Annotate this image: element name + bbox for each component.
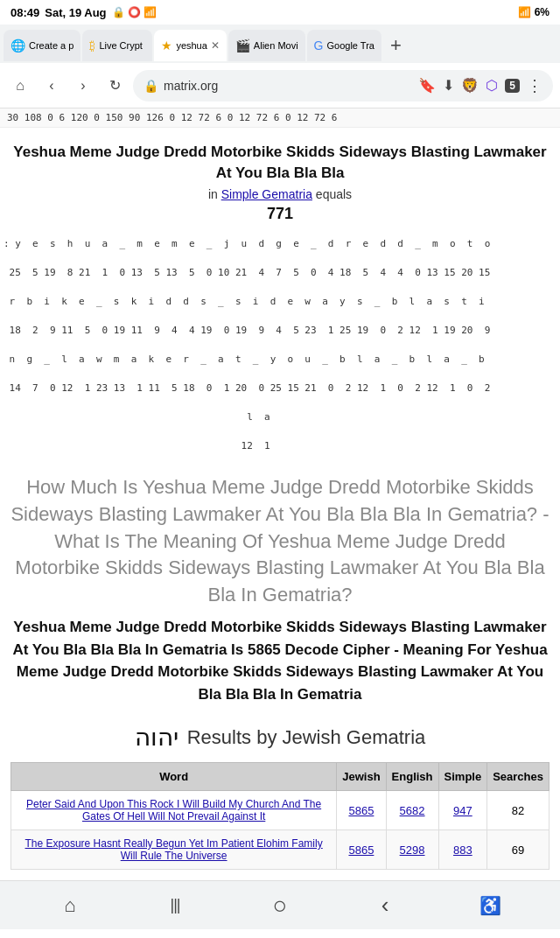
big-question-heading: How Much Is Yeshua Meme Judge Dredd Moto…: [10, 474, 550, 609]
bottom-home-button[interactable]: ⌂: [49, 885, 91, 927]
date: Sat, 19 Aug: [45, 6, 106, 19]
forward-nav-button[interactable]: ›: [70, 73, 96, 99]
col-header-searches: Searches: [487, 763, 550, 791]
gematria-row-4: 18 2 9 11 5 0 19 11 9 4 4 19 0 19 9 4 5 …: [4, 324, 556, 339]
tab-favicon-1: 🌐: [10, 38, 25, 52]
new-tab-button[interactable]: +: [383, 34, 409, 57]
row2-word[interactable]: The Exposure Hasnt Really Begun Yet Im P…: [11, 830, 337, 870]
bottom-back-button[interactable]: ‹: [364, 885, 406, 927]
gematria-row-5: n g _ l a w m a k e r _ a t _ y o u _ b …: [4, 353, 556, 368]
col-header-english: English: [386, 763, 438, 791]
tab-label-3: yeshua: [176, 40, 206, 51]
gematria-grid: : y e s h u a _ m e m e _ j u d g e _ d …: [0, 234, 560, 458]
tab-favicon-4: 🎬: [235, 38, 250, 52]
jewish-header: יהוה Results by Jewish Gematria: [10, 723, 550, 752]
brave-icon: 🦁: [461, 77, 479, 94]
time: 08:49: [10, 6, 39, 19]
bookmark-icon[interactable]: 🔖: [418, 77, 436, 94]
gematria-row-2: 25 5 19 8 21 1 0 13 5 13 5 0 10 21 4 7 5…: [4, 266, 556, 281]
address-bar: ⌂ ‹ › ↻ 🔒 matrix.org 🔖 ⬇ 🦁 ⬡ 5 ⋮: [0, 63, 560, 108]
tab-favicon-5: G: [314, 38, 324, 52]
bottom-menu-button[interactable]: |||: [154, 885, 196, 927]
row1-jewish[interactable]: 5865: [337, 791, 386, 830]
more-options-icon[interactable]: ⋮: [527, 76, 542, 95]
table-row: The Exposure Hasnt Really Begun Yet Im P…: [11, 830, 550, 870]
bottom-nav: ⌂ ||| ○ ‹ ♿: [0, 880, 560, 929]
tab-label-4: Alien Movi: [254, 40, 298, 51]
row1-word[interactable]: Peter Said And Upon This Rock I Will Bui…: [11, 791, 337, 830]
col-header-word: Word: [11, 763, 337, 791]
tab-googletranslate[interactable]: G Google Tra: [307, 30, 382, 61]
phrase-pre-text: in: [208, 187, 218, 201]
phrase-equals-text: equals: [316, 187, 352, 201]
gematria-row-8: 12 1: [4, 439, 556, 454]
lock-icon: 🔒: [144, 79, 158, 93]
tab-label-2: Live Crypt: [99, 40, 145, 51]
wifi-icon: 📶: [518, 6, 531, 18]
tab-close-3[interactable]: ✕: [211, 39, 220, 52]
results-table: Word Jewish English Simple Searches Pete…: [10, 762, 550, 870]
phrase-meta: in Simple Gematria equals: [10, 187, 550, 201]
bold-answer: Yeshua Meme Judge Dredd Motorbike Skidds…: [10, 616, 550, 705]
android-icons: 🔒 ⭕ 📶: [112, 6, 158, 18]
row1-english[interactable]: 5682: [386, 791, 438, 830]
col-header-jewish: Jewish: [337, 763, 386, 791]
gematria-row-1: : y e s h u a _ m e m e _ j u d g e _ d …: [4, 237, 556, 252]
row1-simple[interactable]: 947: [438, 791, 487, 830]
tab-alienmovie[interactable]: 🎬 Alien Movi: [228, 30, 305, 61]
row2-searches: 69: [487, 830, 550, 870]
tab-yeshua[interactable]: ★ yeshua ✕: [154, 30, 226, 61]
tabs-count-badge[interactable]: 5: [505, 79, 520, 93]
url-text: matrix.org: [164, 79, 413, 93]
gematria-row-3: r b i k e _ s k i d d s _ s i d e w a y …: [4, 295, 556, 310]
row2-english[interactable]: 5298: [386, 830, 438, 870]
row2-simple[interactable]: 883: [438, 830, 487, 870]
phrase-link[interactable]: Simple Gematria: [221, 187, 312, 201]
jewish-section: יהוה Results by Jewish Gematria Word Jew…: [0, 712, 560, 880]
phrase-title: Yeshua Meme Judge Dredd Motorbike Skidds…: [10, 142, 550, 184]
tab-favicon-2: ₿: [89, 38, 95, 52]
settings-icon[interactable]: ⬡: [486, 77, 498, 94]
back-nav-button[interactable]: ‹: [38, 73, 65, 99]
bottom-circle-button[interactable]: ○: [259, 885, 301, 927]
page-content: 30 108 0 6 120 0 150 90 126 0 12 72 6 0 …: [0, 108, 560, 880]
reload-nav-button[interactable]: ↻: [102, 73, 128, 99]
hebrew-text: יהוה: [135, 723, 178, 752]
row1-searches: 82: [487, 791, 550, 830]
tab-label-5: Google Tra: [327, 40, 374, 51]
table-row: Peter Said And Upon This Rock I Will Bui…: [11, 791, 550, 830]
home-nav-button[interactable]: ⌂: [7, 73, 33, 99]
status-bar: 08:49 Sat, 19 Aug 🔒 ⭕ 📶 📶 6%: [0, 0, 560, 24]
tab-livecrypto[interactable]: ₿ Live Crypt: [82, 30, 152, 61]
big-question-section: How Much Is Yeshua Meme Judge Dredd Moto…: [0, 457, 560, 712]
phrase-section: Yeshua Meme Judge Dredd Motorbike Skidds…: [0, 128, 560, 234]
phrase-number: 771: [10, 205, 550, 223]
tab-favicon-3: ★: [161, 38, 172, 52]
number-row-top: 30 108 0 6 120 0 150 90 126 0 12 72 6 0 …: [0, 108, 560, 128]
gematria-row-6: 14 7 0 12 1 23 13 1 11 5 18 0 1 20 0 25 …: [4, 382, 556, 396]
tab-label-1: Create a p: [29, 40, 74, 51]
row2-jewish[interactable]: 5865: [337, 830, 386, 870]
address-input[interactable]: 🔒 matrix.org 🔖 ⬇ 🦁 ⬡ 5 ⋮: [133, 70, 553, 102]
bottom-accessibility-button[interactable]: ♿: [469, 885, 511, 927]
gematria-row-7: l a: [4, 410, 556, 425]
tab-bar: 🌐 Create a p ₿ Live Crypt ★ yeshua ✕ 🎬 A…: [0, 24, 560, 63]
jewish-section-title: Results by Jewish Gematria: [187, 726, 426, 749]
col-header-simple: Simple: [438, 763, 487, 791]
battery: 6%: [535, 6, 550, 18]
tab-create[interactable]: 🌐 Create a p: [4, 30, 80, 61]
download-icon[interactable]: ⬇: [443, 77, 454, 94]
